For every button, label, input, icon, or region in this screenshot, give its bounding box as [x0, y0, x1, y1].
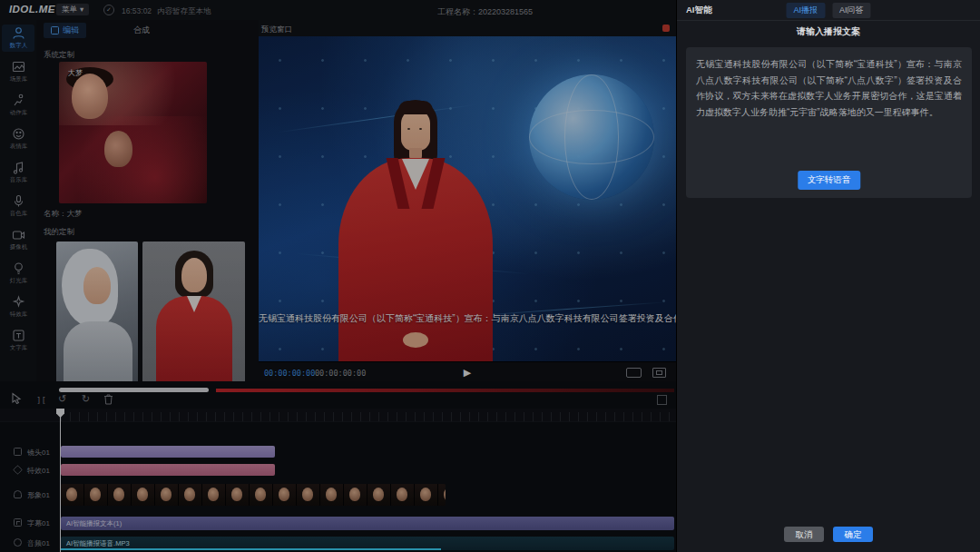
sidebar-item-label: 表情库: [9, 142, 26, 150]
filmstrip-frame: [415, 484, 438, 506]
system-section-label: 系统定制: [44, 50, 74, 61]
filmstrip-frame: [320, 484, 344, 506]
track-label: 特效01: [27, 466, 50, 476]
music-note-icon: [12, 161, 25, 174]
sidebar-item-lights[interactable]: 灯光库: [2, 260, 34, 287]
avatar-profile-face: [104, 131, 132, 167]
filmstrip-frame: [250, 484, 273, 506]
sidebar-item-scenes[interactable]: 场景库: [2, 58, 34, 85]
tab-edit[interactable]: 编辑: [44, 23, 86, 38]
sidebar-item-effects[interactable]: 特效库: [2, 293, 34, 320]
filmstrip-frame: [155, 484, 179, 506]
playhead-line[interactable]: [60, 409, 61, 552]
scene-icon: [12, 60, 25, 74]
sidebar-item-digital-human[interactable]: 数字人: [2, 25, 34, 52]
effects-track-icon: [13, 465, 23, 475]
text-to-speech-button[interactable]: 文字转语音: [798, 171, 861, 190]
custom-avatar-thumbnail-2[interactable]: [142, 242, 245, 386]
top-bar: IDOL.ME 菜单 ▾ 16:53:02 内容暂存至本地 工程名称：20220…: [0, 0, 676, 21]
avatar-face: [181, 258, 207, 292]
autosave-text: 内容暂存至本地: [157, 6, 211, 17]
track-label: 形象01: [27, 490, 50, 500]
play-button[interactable]: ▶: [464, 365, 471, 380]
sidebar-item-voices[interactable]: 音色库: [2, 192, 34, 220]
preview-header: 预览窗口: [259, 20, 676, 37]
script-input-area[interactable]: 无锡宝通科技股份有限公司（以下简称“宝通科技”）宣布：与南京八点八数字科技有限公…: [686, 47, 972, 198]
track-label: 音频01: [27, 538, 50, 548]
chevron-down-icon: ▾: [80, 4, 83, 15]
script-text: 无锡宝通科技股份有限公司（以下简称“宝通科技”）宣布：与南京八点八数字科技有限公…: [696, 56, 962, 120]
my-section-label: 我的定制: [44, 227, 74, 238]
render-progress-bar: [216, 389, 674, 392]
tab-ai-broadcast[interactable]: AI播报: [786, 3, 825, 18]
sidebar-item-label: 音色库: [9, 209, 26, 217]
undo-icon[interactable]: ↺: [58, 393, 66, 405]
sidebar-item-label: 灯光库: [9, 276, 26, 284]
asset-sidebar: 数字人 场景库 动作库 表情库 音乐库 音色库 摄像机 灯光库: [0, 20, 36, 390]
face-filmstrip[interactable]: [61, 484, 446, 506]
ai-panel-footer: 取消 确定: [677, 527, 980, 542]
record-indicator-icon[interactable]: [662, 25, 670, 32]
autosave-status: 16:53:02 内容暂存至本地: [122, 6, 211, 17]
presenter-hands: [403, 332, 428, 348]
sidebar-item-actions[interactable]: 动作库: [2, 92, 34, 119]
avatar-red-costume: [59, 116, 207, 203]
sparkle-icon: [12, 295, 25, 309]
microphone-icon: [12, 194, 25, 208]
cut-tool-icon[interactable]: ][: [36, 395, 46, 407]
system-avatar-thumbnail[interactable]: 大梦: [59, 62, 207, 203]
playback-controls: 00:00:00:00 00:00:00:00 ▶: [259, 361, 676, 382]
fullscreen-icon[interactable]: [652, 368, 666, 378]
effects-clip[interactable]: [61, 464, 275, 476]
timeline-toolbar: ][ ↺ ↻: [0, 381, 676, 409]
sidebar-item-text[interactable]: 文字库: [2, 327, 34, 354]
avatar-name-label: 名称：大梦: [44, 209, 83, 220]
tab-compose[interactable]: 合成: [133, 25, 150, 36]
timeline-ruler[interactable]: [0, 409, 676, 422]
fit-timeline-icon[interactable]: [657, 395, 667, 405]
total-timecode: 00:00:00:00: [315, 369, 366, 378]
text-icon: [12, 329, 25, 342]
cancel-button[interactable]: 取消: [784, 527, 824, 542]
menu-button-label: 菜单: [62, 4, 77, 15]
redo-icon[interactable]: ↻: [82, 393, 90, 405]
sidebar-item-music[interactable]: 音乐库: [2, 159, 34, 186]
subtitle-clip[interactable]: AI智能播报文本(1): [61, 517, 674, 530]
delete-icon[interactable]: [103, 394, 113, 405]
presenter-face: [401, 109, 430, 151]
filmstrip-frame: [132, 484, 155, 506]
timeline-scrollbar[interactable]: [59, 388, 209, 392]
preview-viewport[interactable]: 无锡宝通科技股份有限公司（以下简称“宝通科技”）宣布：与南京八点八数字科技有限公…: [259, 36, 676, 361]
smiley-icon: [12, 127, 25, 141]
tab-edit-label: 编辑: [63, 25, 79, 36]
menu-button[interactable]: 菜单 ▾: [56, 4, 89, 15]
filmstrip-frame: [84, 484, 108, 506]
select-tool-icon[interactable]: [11, 392, 22, 404]
action-icon: [12, 94, 25, 107]
bulb-icon: [12, 261, 25, 275]
filmstrip-frame: [108, 484, 132, 506]
ai-panel: AI智能 AI播报 AI问答 请输入播报文案 无锡宝通科技股份有限公司（以下简称…: [676, 0, 980, 552]
globe-graphic: [529, 74, 654, 200]
track-label: 镜头01: [27, 448, 50, 458]
sidebar-item-camera[interactable]: 摄像机: [2, 226, 34, 253]
library-tabs: 编辑 合成: [44, 23, 150, 38]
avatar-track-icon: [14, 490, 22, 498]
app-logo: IDOL.ME: [9, 4, 55, 15]
sidebar-item-expressions[interactable]: 表情库: [2, 125, 34, 153]
script-prompt-title: 请输入播报文案: [677, 25, 980, 38]
camera-icon: [12, 228, 25, 242]
resolution-badge-icon[interactable]: [626, 368, 642, 378]
confirm-button[interactable]: 确定: [833, 527, 873, 542]
timeline: 镜头01 特效01 形象01 字幕01 AI智能播报文本(1) 音频01 AI智…: [0, 409, 676, 552]
custom-avatar-thumbnail-1[interactable]: [56, 242, 138, 386]
audio-waveform-line: [61, 548, 441, 550]
video-subtitle: 无锡宝通科技股份有限公司（以下简称“宝通科技”）宣布：与南京八点八数字科技有限公…: [259, 312, 676, 325]
filmstrip-frame: [226, 484, 250, 506]
camera-clip[interactable]: [61, 446, 275, 458]
person-icon: [12, 26, 25, 40]
filmstrip-frame: [344, 484, 368, 506]
tab-ai-qa[interactable]: AI问答: [832, 3, 871, 18]
presenter-fringe: [398, 101, 433, 114]
autosave-time: 16:53:02: [122, 6, 152, 17]
